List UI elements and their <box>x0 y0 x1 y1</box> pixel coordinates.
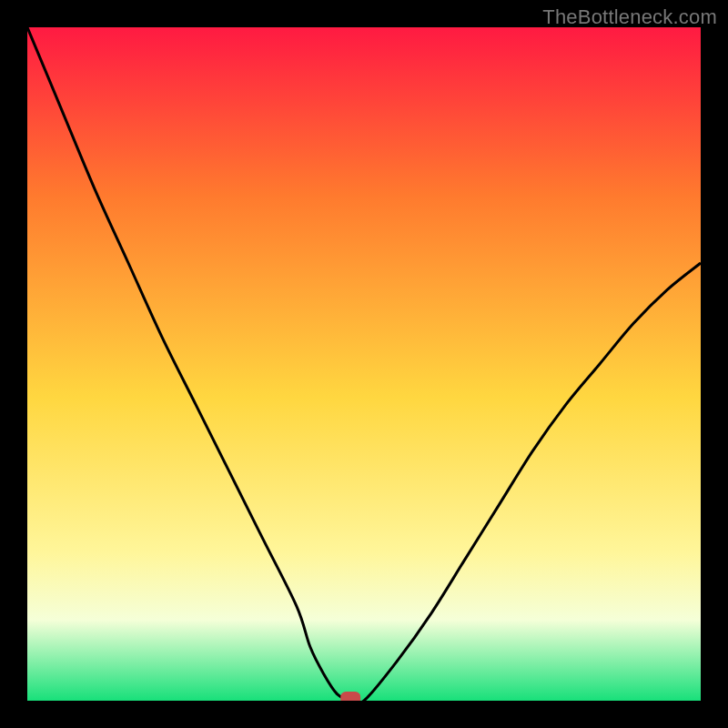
optimum-marker <box>340 692 360 701</box>
chart-svg <box>27 27 701 701</box>
watermark-text: TheBottleneck.com <box>542 5 717 29</box>
chart-frame: TheBottleneck.com <box>0 0 728 728</box>
plot-area <box>27 27 701 701</box>
